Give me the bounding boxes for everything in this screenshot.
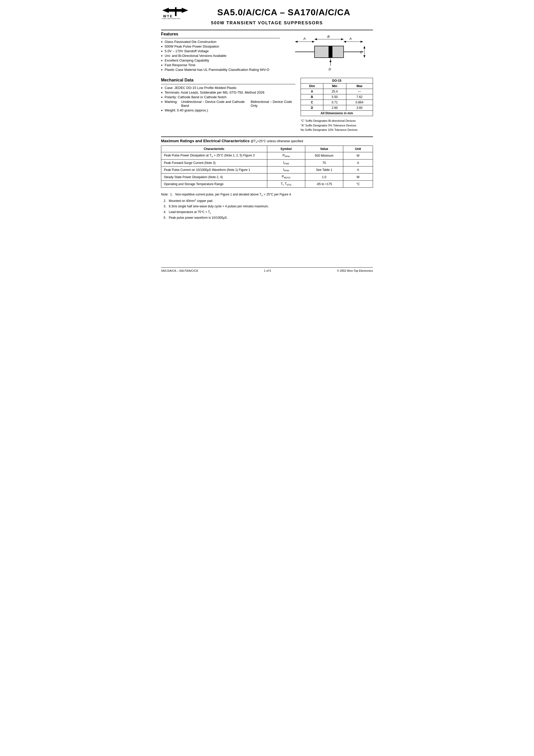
dim-cell: A [301, 89, 323, 94]
max-cell: 3.60 [346, 105, 373, 111]
list-item: Fast Response Time [161, 63, 280, 67]
value-cell: 500 Minimum [305, 152, 343, 159]
main-title: SA5.0/A/C/CA – SA170/A/C/CA [195, 7, 373, 17]
mechanical-list: Case: JEDEC DO-15 Low Profile Molded Pla… [161, 86, 295, 112]
svg-marker-14 [343, 40, 346, 43]
footer-center: 1 of 5 [264, 269, 271, 272]
mechanical-section: Mechanical Data Case: JEDEC DO-15 Low Pr… [161, 78, 373, 132]
min-col-header: Min [323, 84, 346, 89]
max-cell: 0.864 [346, 100, 373, 105]
value-col-header: Value [305, 146, 343, 152]
min-cell: 5.50 [323, 94, 346, 100]
features-divider [161, 38, 280, 38]
svg-text:D: D [329, 67, 331, 71]
char-cell: Peak Pulse Current on 10/1000μS Waveform… [161, 166, 267, 173]
mechanical-divider [161, 84, 295, 84]
header-divider [161, 30, 373, 30]
unit-cell: A [343, 159, 373, 166]
suffix-note-line: "A" Suffix Designates 5% Tolerance Devic… [301, 123, 373, 128]
min-cell: 2.60 [323, 105, 346, 111]
symbol-col-header: Symbol [267, 146, 305, 152]
svg-marker-17 [341, 38, 343, 40]
unit-cell: A [343, 166, 373, 173]
dim-cell: B [301, 94, 323, 100]
svg-marker-13 [360, 40, 363, 43]
value-cell: 70 [305, 159, 343, 166]
ratings-title: Maximum Ratings and Electrical Character… [161, 139, 373, 144]
char-cell: Peak Pulse Power Dissipation at TA = 25°… [161, 152, 267, 159]
footer-right: © 2002 Won-Top Electronics [337, 269, 373, 272]
table-row-footer: All Dimensions in mm [301, 111, 373, 116]
symbol-cell: PPPM [267, 152, 305, 159]
features-list: Glass Passivated Die Construction 500W P… [161, 40, 280, 72]
list-item: Plastic Case Material has UL Flammabilit… [161, 68, 280, 72]
max-cell: — [346, 89, 373, 94]
ratings-divider [161, 137, 373, 137]
max-col-header: Max [346, 84, 373, 89]
all-dim-cell: All Dimensions in mm [301, 111, 373, 116]
page-footer: SA5.0/A/CA – SA170/A/C/CA 1 of 5 © 2002 … [161, 267, 373, 272]
features-section: Features Glass Passivated Die Constructi… [161, 32, 373, 73]
list-item: 500W Peak Pulse Power Dissipation [161, 44, 280, 48]
dim-cell: D [301, 105, 323, 111]
ratings-subtitle: @TA=25°C unless otherwise specified [251, 139, 303, 143]
list-item: Excellent Clamping Capability [161, 58, 280, 62]
svg-marker-19 [363, 46, 365, 48]
mechanical-right: DO-15 Dim Min Max A 25.4 — B 5.50 7.62 [301, 78, 373, 132]
value-cell: -65 to +175 [305, 180, 343, 187]
svg-marker-10 [295, 40, 298, 43]
page-header: WTE POWER SEMICONDUCTORS SA5.0/A/C/CA – … [161, 5, 373, 19]
footer-left: SA5.0/A/CA – SA170/A/C/CA [161, 269, 198, 272]
features-left: Features Glass Passivated Die Constructi… [161, 32, 280, 73]
symbol-cell: IFSM [267, 159, 305, 166]
table-row: B 5.50 7.62 [301, 94, 373, 100]
svg-text:WTE: WTE [163, 14, 173, 18]
svg-marker-20 [363, 55, 365, 58]
note-line: 2. Mounted on 40mm2 copper pad. [164, 198, 373, 204]
table-row: A 25.4 — [301, 89, 373, 94]
svg-text:A: A [303, 37, 306, 40]
unit-cell: W [343, 174, 373, 180]
dim-table-title: DO-15 [301, 78, 373, 84]
value-cell: See Table 1 [305, 166, 343, 173]
list-item: Terminals: Axial Leads, Solderable per M… [161, 91, 295, 94]
table-row: Peak Forward Surge Current (Note 3) IFSM… [161, 159, 373, 166]
dim-col-header: Dim [301, 84, 323, 89]
table-row: C 0.71 0.864 [301, 100, 373, 105]
list-item: Marking: Unidirectional – Device Code an… [161, 100, 295, 108]
suffix-note-line: "C" Suffix Designates Bi-directional Dev… [301, 119, 373, 123]
mechanical-title: Mechanical Data [161, 78, 295, 82]
features-diagram: A B A C D [285, 32, 373, 73]
table-row: Operating and Storage Temperature Range … [161, 180, 373, 187]
list-item: Uni- and Bi-Directional Versions Availab… [161, 54, 280, 58]
subtitle: 500W TRANSIENT VOLTAGE SUPPRESSORS [161, 20, 373, 26]
char-cell: Operating and Storage Temperature Range [161, 180, 267, 187]
svg-marker-16 [314, 38, 317, 40]
list-item: 5.0V – 170V Standoff Voltage [161, 49, 280, 53]
min-cell: 25.4 [323, 89, 346, 94]
svg-rect-8 [329, 46, 333, 58]
note-line: 3. 8.3ms single half sine-wave duty cycl… [164, 204, 373, 209]
note-line: 4. Lead temperature at 75°C = TL [164, 209, 373, 215]
notes-intro: Note: 1. Non-repetitive current pulse, p… [161, 192, 373, 198]
value-cell: 1.0 [305, 174, 343, 180]
char-col-header: Characteristic [161, 146, 267, 152]
svg-text:POWER SEMICONDUCTORS: POWER SEMICONDUCTORS [162, 18, 180, 19]
table-row: Peak Pulse Power Dissipation at TA = 25°… [161, 152, 373, 159]
suffix-note-line: No Suffix Designates 10% Tolerance Devic… [301, 128, 373, 132]
note-line: 5. Peak pulse power waveform is 10/1000μ… [164, 215, 373, 221]
char-cell: Peak Forward Surge Current (Note 3) [161, 159, 267, 166]
svg-text:A: A [349, 37, 352, 40]
list-item: Glass Passivated Die Construction [161, 40, 280, 44]
svg-marker-0 [162, 8, 175, 13]
table-row: Steady State Power Dissipation (Note 2, … [161, 174, 373, 180]
max-cell: 7.62 [346, 94, 373, 100]
unit-col-header: Unit [343, 146, 373, 152]
ratings-table: Characteristic Symbol Value Unit Peak Pu… [161, 146, 373, 188]
list-item: Weight: 0.40 grams (approx.) [161, 108, 295, 112]
dimensions-table: DO-15 Dim Min Max A 25.4 — B 5.50 7.62 [301, 78, 373, 116]
svg-rect-1 [175, 7, 176, 16]
logo-icon: WTE POWER SEMICONDUCTORS [161, 5, 189, 19]
dim-cell: C [301, 100, 323, 105]
unit-cell: W [343, 152, 373, 159]
